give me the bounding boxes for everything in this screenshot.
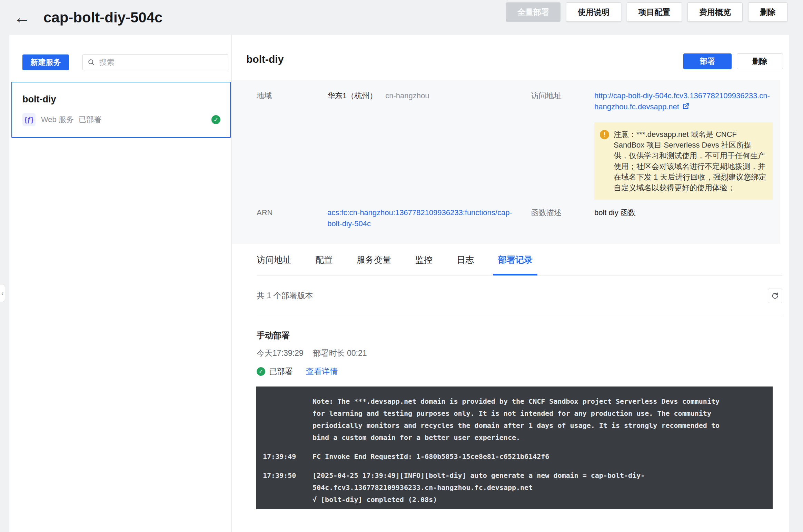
log-text: Note: The ***.devsapp.net domain is prov… — [313, 395, 736, 444]
log-row: √ [bolt-diy] completed (2.08s) — [263, 494, 766, 506]
arn-cell: acs:fc:cn-hangzhou:1367782109936233:func… — [327, 207, 514, 229]
tab-config[interactable]: 配置 — [315, 254, 333, 275]
record-time: 今天17:39:29 — [257, 348, 304, 359]
record-title: 手动部署 — [257, 330, 782, 341]
log-time — [263, 494, 313, 506]
service-card[interactable]: bolt-diy {ƒ} Web 服务 已部署 ✓ — [11, 82, 231, 138]
detail-tabs: 访问地址 配置 服务变量 监控 日志 部署记录 — [257, 254, 782, 275]
domain-warning: ! 注意：***.devsapp.net 域名是 CNCF SandBox 项目… — [594, 122, 773, 200]
search-box[interactable] — [82, 54, 228, 70]
log-row: 17:39:50 [2025-04-25 17:39:49][INFO][bol… — [263, 470, 766, 494]
page-title: cap-bolt-diy-504c — [43, 9, 162, 26]
deployed-check-icon: ✓ — [257, 367, 265, 376]
record-status-row: ✓ 已部署 查看详情 — [257, 366, 782, 377]
service-status-check-icon: ✓ — [211, 115, 220, 124]
function-icon: {ƒ} — [22, 113, 36, 126]
arn-link[interactable]: acs:fc:cn-hangzhou:1367782109936233:func… — [327, 208, 512, 228]
delete-service-button[interactable]: 删除 — [737, 53, 783, 69]
project-config-button[interactable]: 项目配置 — [627, 2, 682, 22]
service-name: bolt-diy — [22, 94, 220, 105]
deploy-button[interactable]: 部署 — [683, 53, 732, 69]
service-detail: bolt-diy 部署 删除 地域 华东1（杭州）cn-hangzhou 访问地… — [232, 35, 789, 532]
log-text: FC Invoke End RequestId: 1-680b5853-15ce… — [313, 451, 736, 463]
log-text: √ [bolt-diy] completed (2.08s) — [313, 494, 736, 506]
record-status: 已部署 — [269, 366, 293, 377]
external-link-icon — [682, 102, 690, 113]
log-row: 17:39:49 FC Invoke End RequestId: 1-680b… — [263, 451, 766, 463]
log-text: [2025-04-25 17:39:49][INFO][bolt-diy] au… — [313, 470, 736, 494]
record-meta: 今天17:39:29 部署时长 00:21 — [257, 348, 782, 359]
log-time: 17:39:49 — [263, 451, 313, 463]
deployment-record: 手动部署 今天17:39:29 部署时长 00:21 ✓ 已部署 查看详情 — [232, 316, 789, 377]
cost-overview-button[interactable]: 费用概览 — [687, 2, 743, 22]
refresh-button[interactable] — [768, 289, 782, 303]
top-actions: 全量部署 使用说明 项目配置 费用概览 删除 — [506, 2, 787, 22]
tab-deploy-records[interactable]: 部署记录 — [498, 254, 533, 275]
description-value: bolt diy 函数 — [594, 207, 773, 218]
back-icon[interactable]: ← — [14, 9, 30, 26]
deployments-count: 共 1 个部署版本 — [257, 290, 313, 301]
warning-text: 注意：***.devsapp.net 域名是 CNCF SandBox 项目 S… — [614, 129, 766, 193]
tab-monitor[interactable]: 监控 — [415, 254, 433, 275]
tab-logs[interactable]: 日志 — [457, 254, 474, 275]
sidebar: 新建服务 bolt-diy {ƒ} Web 服务 已部署 ✓ — [9, 35, 232, 532]
delete-app-button[interactable]: 删除 — [748, 2, 787, 22]
top-header: ← cap-bolt-diy-504c 全量部署 使用说明 项目配置 费用概览 … — [0, 0, 803, 35]
service-info-row: {ƒ} Web 服务 已部署 ✓ — [22, 113, 220, 126]
full-deploy-button[interactable]: 全量部署 — [506, 2, 561, 22]
region-label: 地域 — [257, 90, 327, 101]
detail-header: bolt-diy 部署 删除 — [232, 35, 789, 69]
service-type: Web 服务 — [41, 114, 74, 125]
warning-icon: ! — [600, 130, 609, 139]
new-service-button[interactable]: 新建服务 — [22, 54, 69, 70]
collapse-handle[interactable]: ‹ — [0, 284, 5, 302]
log-time: 17:39:50 — [263, 470, 313, 494]
service-status: 已部署 — [79, 114, 101, 125]
refresh-icon — [771, 292, 779, 300]
detail-fields: 地域 华东1（杭州）cn-hangzhou 访问地址 http://cap-bo… — [232, 80, 780, 244]
log-row: Note: The ***.devsapp.net domain is prov… — [263, 395, 766, 444]
endpoint-cell: http://cap-bolt-diy-504c.fcv3.1367782109… — [594, 90, 773, 200]
main-panel: 新建服务 bolt-diy {ƒ} Web 服务 已部署 ✓ bolt-diy — [9, 35, 789, 532]
usage-button[interactable]: 使用说明 — [566, 2, 621, 22]
deploy-log-terminal[interactable]: Note: The ***.devsapp.net domain is prov… — [256, 387, 773, 509]
search-icon — [88, 59, 95, 66]
endpoint-link[interactable]: http://cap-bolt-diy-504c.fcv3.1367782109… — [594, 91, 770, 111]
search-input[interactable] — [99, 58, 223, 67]
arn-label: ARN — [257, 207, 327, 218]
region-code: cn-hangzhou — [385, 91, 429, 100]
service-title: bolt-diy — [246, 53, 284, 65]
record-duration: 部署时长 00:21 — [313, 348, 367, 359]
detail-actions: 部署 删除 — [683, 53, 783, 69]
endpoint-label: 访问地址 — [531, 90, 594, 101]
log-time — [263, 395, 313, 444]
region-value: 华东1（杭州） — [327, 91, 377, 100]
sidebar-toolbar: 新建服务 — [22, 54, 228, 70]
region-value-cell: 华东1（杭州）cn-hangzhou — [327, 90, 531, 101]
description-label: 函数描述 — [531, 207, 594, 218]
view-details-link[interactable]: 查看详情 — [306, 366, 338, 377]
tab-access-url[interactable]: 访问地址 — [257, 254, 291, 275]
chevron-left-icon: ‹ — [1, 289, 4, 297]
tab-service-vars[interactable]: 服务变量 — [357, 254, 391, 275]
deployments-header: 共 1 个部署版本 — [257, 275, 782, 316]
